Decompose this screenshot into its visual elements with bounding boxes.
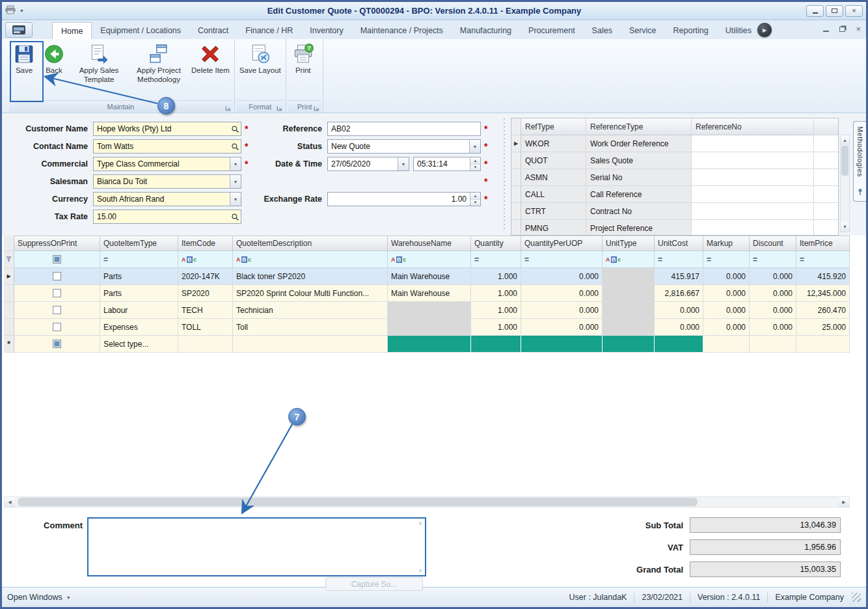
back-button[interactable]: Back [39,41,69,98]
reference-row-call[interactable]: CALLCall Reference [511,186,838,203]
cell-itemcode[interactable]: 2020-147K [178,268,233,285]
cell-warehousename[interactable] [388,302,471,319]
tab-procurement[interactable]: Procurement [520,22,584,39]
cell-quantity[interactable]: 1.000 [471,268,521,285]
cell-itemprice[interactable]: 25.000 [796,319,850,336]
cell-warehousename[interactable]: Main Warehouse [388,268,471,285]
ref-cell[interactable]: Sales Quote [586,152,692,169]
dialog-launcher-icon[interactable] [225,105,231,111]
cell-discount[interactable] [750,336,796,353]
capture-button-disabled[interactable]: Capture Su... [325,577,423,591]
filter-cell-unittype[interactable]: ABc [603,251,655,268]
suppress-on-print-checkbox[interactable] [53,323,61,331]
ref-cell[interactable] [692,152,814,169]
cell-unittype[interactable] [603,268,655,285]
save-button[interactable]: Save [9,41,39,98]
dropdown-arrow-icon[interactable]: ▼ [230,175,241,188]
cell-unitcost[interactable]: 415.917 [655,268,703,285]
tab-finance-hr[interactable]: Finance / HR [237,22,301,39]
cell-discount[interactable]: 0.000 [750,268,796,285]
dropdown-arrow-icon[interactable]: ▼ [469,140,480,153]
cell-quoteitemtype[interactable]: Expenses [100,319,178,336]
cell-quantity[interactable] [471,336,521,353]
filter-cell-itemcode[interactable]: ABc [178,251,233,268]
cell-unittype[interactable] [603,336,655,353]
customer-name-input[interactable]: Hope Works (Pty) Ltd [93,122,241,136]
filter-cell-markup[interactable]: = [703,251,750,268]
dropdown-arrow-icon[interactable]: ▼ [230,157,241,170]
reference-input[interactable]: AB02 [327,122,481,136]
suppress-on-print-checkbox[interactable] [53,306,61,314]
date-input[interactable]: 27/05/2020▼ [327,157,409,171]
column-header-itemcode[interactable]: ItemCode [178,236,233,251]
mdi-minimize-icon[interactable] [823,31,829,32]
ref-cell[interactable] [692,135,814,152]
suppress-on-print-checkbox[interactable] [53,289,61,297]
cell-suppressonprint[interactable] [14,319,100,336]
cell-warehousename[interactable] [388,319,471,336]
cell-itemcode[interactable]: TOLL [178,319,233,336]
ref-column-header-referencetype[interactable]: ReferenceType [586,118,692,135]
cell-unitcost[interactable]: 0.000 [655,302,703,319]
cell-quantity[interactable]: 1.000 [471,302,521,319]
tab-home[interactable]: Home [52,22,92,39]
magnifier-icon[interactable] [229,140,241,153]
filter-cell-quoteitemdescription[interactable]: ABc [233,251,388,268]
print-button[interactable]: ?Print [288,41,318,98]
scroll-up-icon[interactable]: ▲ [841,135,849,145]
table-row[interactable]: ExpensesTOLLToll1.0000.0000.0000.0000.00… [4,319,850,336]
reference-row-wkor[interactable]: ▶WKORWork Order Reference [511,135,838,152]
cell-warehousename[interactable] [388,336,471,353]
maximize-button[interactable] [826,5,843,17]
scroll-down-icon[interactable]: ▼ [841,222,849,232]
mdi-close-icon[interactable]: × [856,25,861,33]
tab-inventory[interactable]: Inventory [301,22,351,39]
close-button[interactable]: × [845,5,863,17]
currency-input[interactable]: South African Rand▼ [93,192,241,206]
tab-equipment-locations[interactable]: Equipment / Locations [92,22,189,39]
cell-suppressonprint[interactable] [14,285,100,302]
tab-service[interactable]: Service [621,22,665,39]
table-row[interactable]: PartsSP2020SP2020 Sprint Colour Multi Fu… [4,285,850,302]
dialog-launcher-icon[interactable] [314,105,319,111]
filter-cell-unitcost[interactable]: = [655,251,703,268]
cell-quantityperuop[interactable]: 0.000 [521,302,603,319]
save-layout-button[interactable]: Save Layout [237,41,284,98]
cell-quoteitemdescription[interactable]: Technician [233,302,388,319]
dropdown-arrow-icon[interactable]: ▼ [398,157,409,170]
cell-suppressonprint[interactable] [14,268,100,285]
ref-column-header-referenceno[interactable]: ReferenceNo [692,118,814,135]
contact-name-input[interactable]: Tom Watts [93,139,241,154]
apply-sales-template-button[interactable]: Apply Sales Template [69,41,129,98]
splitter-handle[interactable] [503,118,506,230]
column-header-unittype[interactable]: UnitType [603,236,655,251]
ref-column-header-reftype[interactable]: RefType [521,118,586,135]
magnifier-icon[interactable] [229,210,241,223]
spinner-buttons[interactable]: ▲▼ [470,193,480,206]
spinner-buttons[interactable]: ▲▼ [470,157,480,170]
scroll-right-icon[interactable]: ▶ [839,497,849,507]
status-input[interactable]: New Quote▼ [327,139,481,154]
column-header-discount[interactable]: Discount [750,236,796,251]
ref-cell[interactable]: CTRT [521,203,586,220]
resize-grip[interactable] [852,593,861,602]
tab-sales[interactable]: Sales [584,22,621,39]
filter-cell-suppressonprint[interactable] [14,251,100,268]
column-header-warehousename[interactable]: WarehouseName [388,236,471,251]
cell-itemprice[interactable]: 12,345.000 [796,285,850,302]
ref-cell[interactable]: PMNG [521,220,586,236]
cell-markup[interactable]: 0.000 [703,268,750,285]
magnifier-icon[interactable] [229,122,241,135]
ref-cell[interactable]: WKOR [521,135,586,152]
cell-unittype[interactable] [603,285,655,302]
ref-cell[interactable] [692,169,814,186]
cell-markup[interactable] [703,336,750,353]
ref-cell[interactable]: QUOT [521,152,586,169]
reference-row-ctrt[interactable]: CTRTContract No [511,203,838,220]
filter-checkbox[interactable] [53,255,61,264]
cell-quantity[interactable]: 1.000 [471,319,521,336]
ref-cell[interactable] [692,186,814,203]
tab-contract[interactable]: Contract [189,22,237,39]
ref-cell[interactable]: Call Reference [586,186,692,203]
ref-cell[interactable]: Serial No [586,169,692,186]
